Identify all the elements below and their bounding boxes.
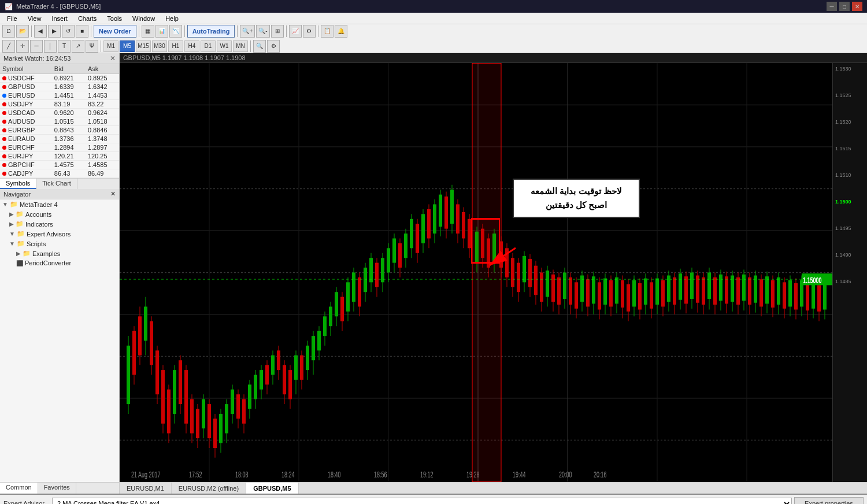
tab-tick-chart[interactable]: Tick Chart	[36, 179, 77, 189]
nav-indicators[interactable]: ▶ 📁 Indicators	[0, 219, 119, 229]
template-button[interactable]: 📋	[321, 25, 334, 38]
chart-type-2-button[interactable]: 📊	[155, 25, 168, 38]
market-watch-row[interactable]: EURAUD 1.3736 1.3748	[0, 135, 119, 143]
forward-button[interactable]: ▶	[48, 25, 61, 38]
app-icon: 📈	[5, 3, 13, 10]
maximize-button[interactable]: □	[839, 2, 850, 11]
mw-ask: 0.8846	[86, 126, 119, 135]
tf-m1[interactable]: M1	[103, 40, 118, 52]
nav-accounts[interactable]: ▶ 📁 Accounts	[0, 209, 119, 219]
back-button[interactable]: ◀	[34, 25, 47, 38]
chart-canvas[interactable]: 21 Aug 2017 17:52 18:08 18:24 18:40 18:5…	[120, 63, 832, 482]
refresh-button[interactable]: ↺	[62, 25, 75, 38]
menu-help[interactable]: Help	[161, 14, 183, 23]
nav-expert-advisors[interactable]: ▼ 📁 Expert Advisors	[0, 229, 119, 239]
svg-rect-71	[242, 399, 246, 424]
stop-button[interactable]: ■	[76, 25, 88, 38]
text-button[interactable]: T	[58, 40, 71, 53]
tab-symbols[interactable]: Symbols	[0, 179, 36, 189]
expand-icon-ea: ▼	[9, 231, 15, 237]
navigator-close[interactable]: ✕	[110, 190, 116, 198]
market-watch-row[interactable]: AUDUSD 1.0515 1.0518	[0, 117, 119, 126]
chart-tab-eurusd-m1[interactable]: EURUSD,M1	[120, 483, 172, 494]
svg-rect-181	[563, 273, 566, 299]
tab-favorites[interactable]: Favorites	[38, 483, 76, 494]
crosshair-button[interactable]: ✛	[16, 40, 29, 53]
tf-m30[interactable]: M30	[152, 40, 167, 52]
menu-window[interactable]: Window	[128, 14, 160, 23]
nav-period-converter[interactable]: ⬛ PeriodConverter	[0, 258, 119, 268]
expand-icon-scripts: ▼	[9, 240, 15, 247]
toolbar-separator-7	[318, 25, 318, 37]
tab-common[interactable]: Common	[0, 483, 38, 494]
chart-type-3-button[interactable]: 📉	[169, 25, 182, 38]
menu-view[interactable]: View	[23, 14, 46, 23]
expert-properties-button[interactable]: Expert properties	[794, 497, 864, 504]
zoom-out-button[interactable]: 🔍-	[256, 25, 269, 38]
zoom-in-button[interactable]: 🔍+	[240, 25, 255, 38]
expert-button[interactable]: ⚙	[303, 25, 316, 38]
minimize-button[interactable]: ─	[827, 2, 837, 11]
market-watch-row[interactable]: GBPCHF 1.4575 1.4585	[0, 161, 119, 169]
chart-tab-eurusd-m2[interactable]: EURUSD,M2 (offline)	[172, 483, 246, 494]
ea-select[interactable]: 2 MA Crosses Mega filter EA V1.ex4	[52, 498, 792, 504]
svg-rect-175	[546, 270, 549, 297]
navigator-header: Navigator ✕	[0, 189, 119, 199]
new-button[interactable]: 🗋	[2, 25, 15, 38]
line-tool-button[interactable]: ╱	[2, 40, 15, 53]
svg-rect-35	[138, 316, 142, 355]
titlebar-title: 📈 MetaTrader 4 - [GBPUSD,M5]	[5, 3, 101, 10]
mw-symbol: AUDUSD	[0, 117, 52, 126]
market-watch-row[interactable]: CADJPY 86.43 86.49	[0, 169, 119, 178]
market-watch-row[interactable]: EURUSD 1.4451 1.4453	[0, 91, 119, 100]
tf-m5[interactable]: M5	[120, 40, 135, 52]
nav-metatrader4[interactable]: ▼ 📁 MetaTrader 4	[0, 199, 119, 209]
svg-rect-167	[523, 256, 526, 283]
market-watch-row[interactable]: USDCHF 0.8921 0.8925	[0, 74, 119, 83]
tf-h4[interactable]: H4	[184, 40, 199, 52]
fib-button[interactable]: Ψ	[86, 40, 98, 53]
hline-button[interactable]: ─	[30, 40, 43, 53]
chart-type-1-button[interactable]: ▦	[142, 25, 154, 38]
ea-row: Expert Advisor 2 MA Crosses Mega filter …	[0, 495, 867, 504]
chart-tab-gbpusd-m5[interactable]: GBPUSD,M5	[246, 483, 298, 494]
settings-button[interactable]: ⚙	[267, 40, 280, 53]
menu-file[interactable]: File	[2, 14, 22, 23]
nav-examples[interactable]: ▶ 📁 Examples	[0, 249, 119, 258]
market-watch-row[interactable]: EURJPY 120.21 120.25	[0, 152, 119, 161]
market-watch-row[interactable]: EURGBP 0.8843 0.8846	[0, 126, 119, 135]
market-watch-row[interactable]: GBPUSD 1.6339 1.6342	[0, 83, 119, 91]
svg-rect-125	[398, 243, 402, 268]
market-watch-row[interactable]: EURCHF 1.2894 1.2897	[0, 143, 119, 152]
market-watch-table: Symbol Bid Ask USDCHF 0.8921 0.8925 GBPU…	[0, 64, 119, 178]
market-watch-close[interactable]: ✕	[110, 54, 116, 62]
autotrading-button[interactable]: AutoTrading	[187, 25, 235, 38]
indicator-button[interactable]: 📈	[289, 25, 302, 38]
close-button[interactable]: ✕	[852, 2, 862, 11]
tf-h1[interactable]: H1	[168, 40, 183, 52]
mw-symbol: EURCHF	[0, 143, 52, 152]
ea-label: Expert Advisor	[3, 500, 50, 504]
grid-button[interactable]: ⊞	[271, 25, 284, 38]
mw-symbol: EURGBP	[0, 126, 52, 135]
vline-button[interactable]: │	[44, 40, 57, 53]
alert-button[interactable]: 🔔	[335, 25, 347, 38]
menu-charts[interactable]: Charts	[73, 14, 101, 23]
menu-insert[interactable]: Insert	[47, 14, 72, 23]
market-watch-row[interactable]: USDCAD 0.9620 0.9624	[0, 109, 119, 117]
bottom-panel: Expert Advisor 2 MA Crosses Mega filter …	[0, 494, 867, 504]
nav-scripts[interactable]: ▼ 📁 Scripts	[0, 239, 119, 249]
tf-w1[interactable]: W1	[217, 40, 232, 52]
tf-d1[interactable]: D1	[201, 40, 216, 52]
arrow-button[interactable]: ↗	[72, 40, 84, 53]
open-button[interactable]: 📂	[16, 25, 29, 38]
search-button[interactable]: 🔍	[253, 40, 266, 53]
svg-rect-149	[468, 219, 471, 249]
svg-rect-39	[150, 321, 153, 365]
new-order-button[interactable]: New Order	[94, 25, 136, 38]
tf-mn[interactable]: MN	[233, 40, 248, 52]
market-watch-row[interactable]: USDJPY 83.19 83.22	[0, 100, 119, 109]
svg-rect-93	[306, 346, 309, 370]
tf-m15[interactable]: M15	[136, 40, 151, 52]
menu-tools[interactable]: Tools	[102, 14, 127, 23]
